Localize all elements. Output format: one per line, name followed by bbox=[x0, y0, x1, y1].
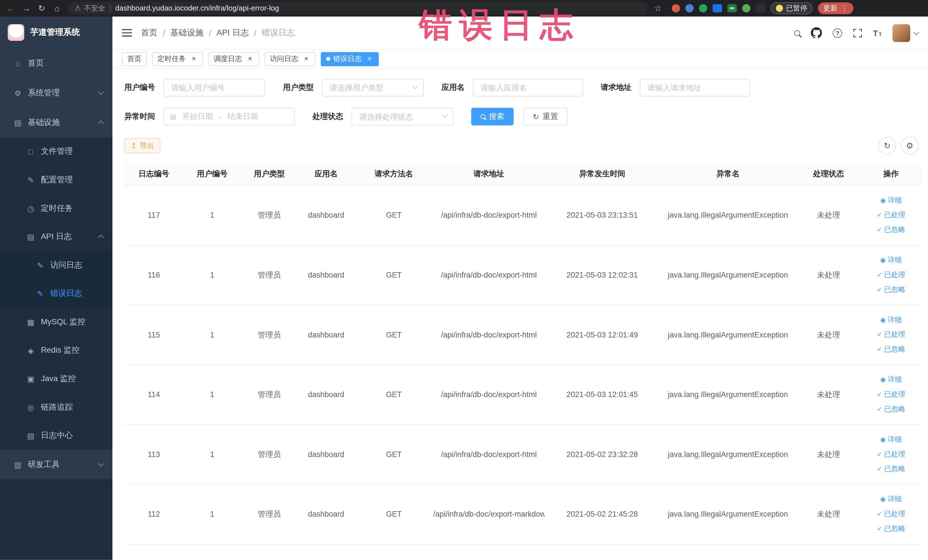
browser-forward-icon[interactable]: → bbox=[21, 3, 31, 13]
user-type-select[interactable] bbox=[322, 79, 424, 96]
sidebar-item[interactable]: ◷ 定时任务 bbox=[0, 194, 112, 223]
help-icon[interactable]: ? bbox=[833, 28, 842, 38]
fullscreen-icon[interactable] bbox=[853, 28, 862, 38]
breadcrumb-item[interactable]: 基础设施 bbox=[170, 27, 203, 38]
ext-paw-icon[interactable] bbox=[756, 4, 765, 12]
menu-item-icon: ✎ bbox=[35, 261, 45, 270]
security-indicator[interactable]: ⚠ 不安全 bbox=[75, 3, 105, 13]
cell-exception-name: java.lang.IllegalArgumentException bbox=[660, 185, 796, 245]
sidebar-item[interactable]: ◎ 链路追踪 bbox=[0, 393, 112, 422]
processed-link[interactable]: ✓ 已处理 bbox=[877, 328, 905, 342]
reset-button[interactable]: ↻ 重置 bbox=[523, 108, 568, 125]
sidebar-item[interactable]: ▤ API 日志 bbox=[0, 223, 112, 251]
refresh-table-button[interactable]: ↻ bbox=[878, 137, 896, 154]
browser-menu-icon[interactable]: ⋮ bbox=[841, 4, 848, 12]
ext-leaf-icon[interactable] bbox=[742, 4, 751, 12]
process-status-select-input[interactable] bbox=[351, 108, 453, 125]
detail-link[interactable]: ◉ 详细 bbox=[880, 253, 902, 267]
ext-on-icon[interactable]: on bbox=[728, 4, 737, 12]
cell-log-id: 114 bbox=[124, 365, 183, 424]
breadcrumb-item[interactable]: API 日志 bbox=[217, 27, 249, 38]
app-logo-icon bbox=[8, 24, 24, 41]
sidebar-item[interactable]: ⌂ 首页 bbox=[0, 49, 112, 78]
sidebar-item-label: 基础设施 bbox=[28, 117, 93, 128]
github-icon[interactable] bbox=[811, 27, 822, 38]
sidebar-item-label: 错误日志 bbox=[50, 288, 103, 299]
bookmark-star-icon[interactable]: ☆ bbox=[653, 3, 663, 13]
browser-back-icon[interactable]: ← bbox=[6, 3, 16, 13]
ext-grid-icon[interactable] bbox=[713, 4, 722, 12]
detail-link[interactable]: ◉ 详细 bbox=[880, 492, 902, 506]
detail-link[interactable]: ◉ 详细 bbox=[880, 433, 902, 447]
hamburger-icon[interactable] bbox=[122, 29, 132, 37]
address-bar[interactable]: ⚠ 不安全 dashboard.yudao.iocoder.cn/infra/l… bbox=[68, 2, 647, 15]
cell-request-url: /api/infra/db-doc/export-markdown bbox=[433, 484, 545, 544]
detail-link[interactable]: ◉ 详细 bbox=[880, 373, 902, 386]
processed-link[interactable]: ✓ 已处理 bbox=[877, 447, 905, 461]
ignored-link[interactable]: ✓ 已忽略 bbox=[877, 403, 905, 416]
detail-link[interactable]: ◉ 详细 bbox=[880, 194, 902, 207]
ignored-link[interactable]: ✓ 已忽略 bbox=[877, 522, 905, 536]
font-size-icon[interactable]: TT bbox=[873, 28, 882, 38]
processed-link[interactable]: ✓ 已处理 bbox=[877, 388, 905, 401]
ignored-link[interactable]: ✓ 已忽略 bbox=[877, 343, 905, 356]
breadcrumb-item[interactable]: 首页 bbox=[141, 27, 157, 38]
user-type-select-input[interactable] bbox=[322, 79, 424, 96]
ignored-link[interactable]: ✓ 已忽略 bbox=[877, 283, 905, 297]
avatar[interactable] bbox=[892, 24, 910, 42]
request-url-input[interactable] bbox=[640, 79, 750, 96]
sidebar-item[interactable]: ⚙ 系统管理 bbox=[0, 78, 112, 108]
update-button[interactable]: 更新 ⋮ bbox=[818, 2, 853, 14]
paused-badge[interactable]: 已暂停 bbox=[771, 2, 812, 14]
sidebar-logo[interactable]: 芋道管理系统 bbox=[0, 17, 112, 49]
app-name-input[interactable] bbox=[473, 79, 583, 96]
tab[interactable]: 错误日志 × bbox=[321, 52, 379, 66]
tab[interactable]: 访问日志 × bbox=[264, 52, 315, 66]
tab[interactable]: 首页 bbox=[122, 52, 147, 66]
close-icon[interactable]: × bbox=[302, 55, 310, 63]
sidebar-item[interactable]: ▤ 基础设施 bbox=[0, 108, 112, 137]
sidebar-item[interactable]: ▣ Java 监控 bbox=[0, 365, 112, 393]
ignored-link[interactable]: ✓ 已忽略 bbox=[877, 462, 905, 476]
tab[interactable]: 定时任务 × bbox=[152, 52, 203, 66]
cell-user-id: 1 bbox=[183, 245, 241, 305]
sidebar-item[interactable]: ✎ 配置管理 bbox=[0, 166, 112, 194]
check-icon: ✓ bbox=[877, 208, 882, 222]
exception-time-range-picker[interactable]: ⊞ 开始日期 - 结束日期 bbox=[163, 108, 295, 125]
url-text[interactable]: dashboard.yudao.iocoder.cn/infra/log/api… bbox=[115, 4, 279, 12]
search-button[interactable]: 搜索 bbox=[471, 108, 513, 125]
processed-link[interactable]: ✓ 已处理 bbox=[877, 507, 905, 521]
sidebar-item[interactable]: ✎ 错误日志 bbox=[0, 279, 112, 308]
sidebar-item[interactable]: ✎ 访问日志 bbox=[0, 251, 112, 279]
ext-blue-icon[interactable] bbox=[685, 4, 693, 12]
ext-red-icon[interactable] bbox=[672, 4, 680, 12]
user-id-input[interactable] bbox=[163, 79, 265, 96]
close-icon[interactable]: × bbox=[366, 55, 374, 63]
processed-link[interactable]: ✓ 已处理 bbox=[877, 208, 905, 222]
ignored-link[interactable]: ✓ 已忽略 bbox=[877, 223, 905, 237]
cell-exception-name: java.lang.IllegalArgumentException bbox=[660, 365, 796, 424]
column-settings-button[interactable]: ⚙ bbox=[901, 137, 919, 154]
close-icon[interactable]: × bbox=[246, 55, 254, 63]
sidebar-item[interactable]: □ 文件管理 bbox=[0, 137, 112, 166]
ext-green-icon[interactable] bbox=[699, 4, 707, 12]
processed-link[interactable]: ✓ 已处理 bbox=[877, 268, 905, 282]
table-row: 117 1 管理员 dashboard GET /api/infra/db-do… bbox=[124, 185, 921, 245]
check-icon: ✓ bbox=[877, 283, 882, 297]
tab[interactable]: 调度日志 × bbox=[208, 52, 259, 66]
search-icon[interactable] bbox=[794, 30, 800, 36]
export-button[interactable]: ↥ 导出 bbox=[124, 138, 160, 153]
browser-reload-icon[interactable]: ↻ bbox=[37, 3, 47, 13]
sidebar-item[interactable]: ▤ 日志中心 bbox=[0, 421, 112, 450]
sidebar-item[interactable]: ▦ MySQL 监控 bbox=[0, 308, 112, 336]
user-menu[interactable] bbox=[892, 24, 918, 42]
check-icon: ✓ bbox=[877, 462, 882, 476]
process-status-select[interactable] bbox=[351, 108, 453, 125]
cell-app-name: dashboard bbox=[298, 424, 355, 484]
detail-link[interactable]: ◉ 详细 bbox=[880, 313, 902, 327]
browser-home-icon[interactable]: ⌂ bbox=[52, 3, 62, 13]
sidebar-item[interactable]: ◈ Redis 监控 bbox=[0, 336, 112, 365]
sidebar-item[interactable]: ▥ 研发工具 bbox=[0, 450, 112, 479]
update-button-label: 更新 bbox=[823, 3, 838, 13]
close-icon[interactable]: × bbox=[190, 55, 198, 63]
